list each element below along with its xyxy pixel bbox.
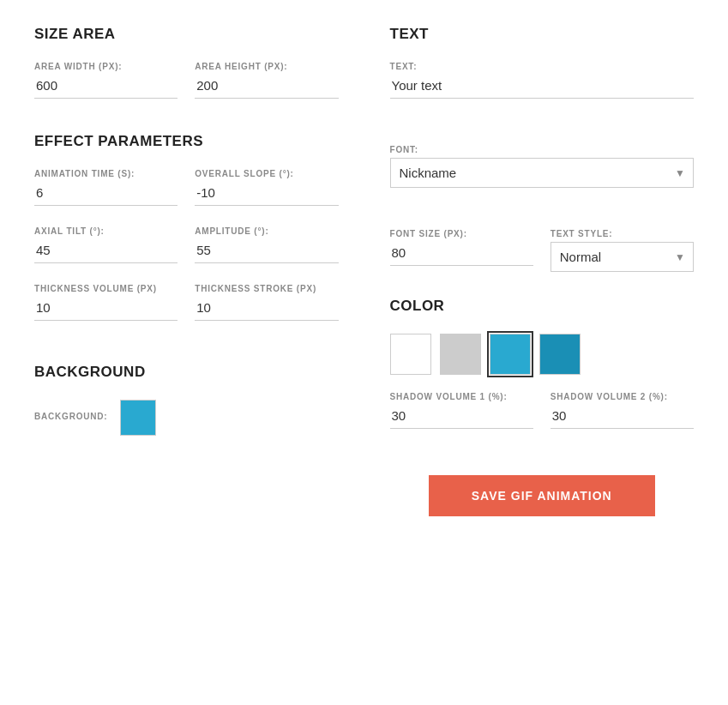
text-label: TEXT:	[390, 62, 695, 71]
animation-time-label: ANIMATION TIME (S):	[34, 169, 177, 178]
thickness-volume-input[interactable]	[34, 297, 177, 321]
axial-tilt-input[interactable]	[34, 239, 177, 263]
text-style-label: TEXT STYLE:	[551, 229, 694, 238]
color-title: COLOR	[390, 298, 695, 315]
background-title: BACKGROUND	[34, 364, 339, 381]
overall-slope-label: OVERALL SLOPE (°):	[195, 169, 338, 178]
area-height-field: AREA HEIGHT (PX):	[195, 62, 338, 99]
text-style-select[interactable]: Normal Bold Italic	[551, 242, 694, 272]
page-container: SIZE AREA AREA WIDTH (PX): AREA HEIGHT (…	[0, 0, 728, 705]
color-swatch-white[interactable]	[390, 334, 431, 375]
background-label: BACKGROUND:	[34, 412, 107, 421]
font-size-label: FONT SIZE (PX):	[390, 229, 533, 238]
font-section: FONT: Nickname Arial Times New Roman Geo…	[390, 145, 695, 188]
shadow-volume-2-label: SHADOW VOLUME 2 (%):	[551, 392, 694, 401]
thickness-stroke-input[interactable]	[195, 297, 338, 321]
area-width-input[interactable]	[34, 75, 177, 99]
font-select-wrapper: Nickname Arial Times New Roman Georgia ▼	[390, 158, 695, 188]
amplitude-label: AMPLITUDE (°):	[195, 226, 338, 236]
overall-slope-field: OVERALL SLOPE (°):	[195, 169, 338, 206]
font-select[interactable]: Nickname Arial Times New Roman Georgia	[390, 158, 695, 188]
effect-parameters-section: EFFECT PARAMETERS ANIMATION TIME (S): OV…	[34, 133, 339, 321]
shadow-volume-1-field: SHADOW VOLUME 1 (%):	[390, 392, 533, 429]
color-swatches-row	[390, 334, 695, 375]
shadow-volume-2-input[interactable]	[551, 405, 694, 429]
size-area-row: AREA WIDTH (PX): AREA HEIGHT (PX):	[34, 62, 339, 99]
area-height-input[interactable]	[195, 75, 338, 99]
area-width-label: AREA WIDTH (PX):	[34, 62, 177, 71]
right-column: TEXT TEXT: FONT: Nickname Arial Times Ne…	[390, 26, 695, 516]
save-section: SAVE GIF ANIMATION	[390, 475, 695, 516]
shadow-volume-2-field: SHADOW VOLUME 2 (%):	[551, 392, 694, 429]
axial-tilt-label: AXIAL TILT (°):	[34, 226, 177, 236]
effect-parameters-title: EFFECT PARAMETERS	[34, 133, 339, 150]
thickness-stroke-label: THICKNESS STROKE (PX)	[195, 284, 338, 293]
effect-row-2: AXIAL TILT (°): AMPLITUDE (°):	[34, 226, 339, 263]
font-size-style-row: FONT SIZE (PX): TEXT STYLE: Normal Bold …	[390, 229, 695, 272]
thickness-stroke-field: THICKNESS STROKE (PX)	[195, 284, 338, 321]
text-title: TEXT	[390, 26, 695, 43]
background-section: BACKGROUND BACKGROUND:	[34, 364, 339, 436]
area-height-label: AREA HEIGHT (PX):	[195, 62, 338, 71]
background-row: BACKGROUND:	[34, 400, 339, 436]
animation-time-field: ANIMATION TIME (S):	[34, 169, 177, 206]
area-width-field: AREA WIDTH (PX):	[34, 62, 177, 99]
shadow-row: SHADOW VOLUME 1 (%): SHADOW VOLUME 2 (%)…	[390, 392, 695, 429]
axial-tilt-field: AXIAL TILT (°):	[34, 226, 177, 263]
amplitude-field: AMPLITUDE (°):	[195, 226, 338, 263]
size-area-title: SIZE AREA	[34, 26, 339, 43]
thickness-volume-label: THICKNESS VOLUME (PX)	[34, 284, 177, 293]
text-style-select-wrapper: Normal Bold Italic ▼	[551, 242, 694, 272]
amplitude-input[interactable]	[195, 239, 338, 263]
main-grid: SIZE AREA AREA WIDTH (PX): AREA HEIGHT (…	[34, 26, 694, 516]
overall-slope-input[interactable]	[195, 182, 338, 206]
text-section: TEXT TEXT:	[390, 26, 695, 119]
text-style-field: TEXT STYLE: Normal Bold Italic ▼	[551, 229, 694, 272]
shadow-volume-1-input[interactable]	[390, 405, 533, 429]
text-field-group: TEXT:	[390, 62, 695, 99]
shadow-volume-1-label: SHADOW VOLUME 1 (%):	[390, 392, 533, 401]
effect-row-1: ANIMATION TIME (S): OVERALL SLOPE (°):	[34, 169, 339, 206]
background-color-swatch[interactable]	[120, 400, 156, 436]
color-section: COLOR SHADOW VOLUME 1 (%): SHADOW VOLUME…	[390, 298, 695, 429]
font-label: FONT:	[390, 145, 695, 154]
size-area-section: SIZE AREA AREA WIDTH (PX): AREA HEIGHT (…	[34, 26, 339, 99]
color-swatch-gray[interactable]	[440, 334, 481, 375]
save-gif-button[interactable]: SAVE GIF ANIMATION	[429, 475, 655, 516]
color-swatch-cyan[interactable]	[490, 334, 531, 375]
text-input[interactable]	[390, 75, 695, 99]
font-size-input[interactable]	[390, 242, 533, 266]
font-size-field: FONT SIZE (PX):	[390, 229, 533, 272]
thickness-volume-field: THICKNESS VOLUME (PX)	[34, 284, 177, 321]
color-swatch-dark-cyan[interactable]	[539, 334, 581, 375]
animation-time-input[interactable]	[34, 182, 177, 206]
left-column: SIZE AREA AREA WIDTH (PX): AREA HEIGHT (…	[34, 26, 339, 516]
effect-row-3: THICKNESS VOLUME (PX) THICKNESS STROKE (…	[34, 284, 339, 321]
